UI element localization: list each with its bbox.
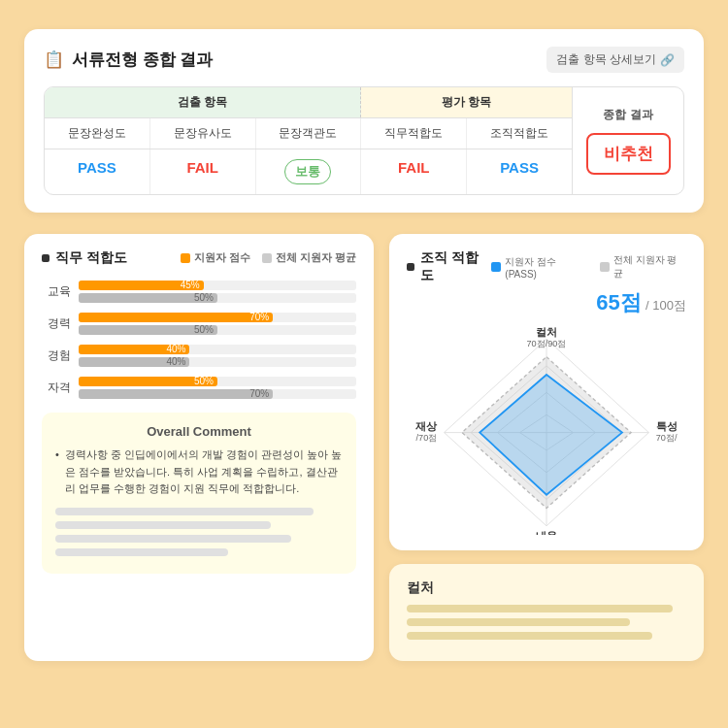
val-2: 보통: [256, 149, 362, 194]
detection-group-header: 검출 항목: [45, 87, 361, 117]
val-0: PASS: [45, 149, 150, 194]
col-header-1: 문장유사도: [150, 118, 256, 149]
top-card-header: 📋 서류전형 종합 결과 검출 항목 상세보기 🔗: [44, 47, 684, 73]
radar-legend-dot-blue: [491, 262, 501, 272]
svg-text:50점/70점: 50점/70점: [415, 433, 437, 443]
svg-text:70점/50점: 70점/50점: [656, 433, 678, 443]
col-header-4: 조직적합도: [467, 118, 572, 149]
bar-track-orange-2: 40%: [79, 345, 356, 354]
svg-text:특성: 특성: [656, 420, 678, 432]
bar-label-2: 경험: [42, 347, 71, 364]
radar-score-max: / 100점: [645, 298, 686, 313]
results-value-row: PASS FAIL 보통 FAIL PASS: [45, 149, 572, 194]
org-fit-title: 조직 적합도: [407, 249, 491, 284]
bar-track-orange-0: 45%: [79, 281, 356, 290]
bar-item-0: 교육 45% 50%: [42, 281, 356, 303]
bar-fill-gray-1: 50%: [79, 325, 217, 335]
bar-label-0: 교육: [42, 283, 71, 300]
bar-label-1: 경력: [42, 315, 71, 332]
bar-track-group-0: 45% 50%: [79, 281, 356, 303]
bar-track-group-2: 40% 40%: [79, 345, 356, 367]
bar-track-orange-1: 70%: [79, 313, 356, 322]
svg-text:컬처: 컬처: [536, 326, 557, 338]
mini-line-2: [407, 618, 630, 626]
bar-fill-orange-1: 70%: [79, 313, 273, 322]
overall-result: 종합 결과 비추천: [572, 87, 683, 194]
bar-track-gray-2: 40%: [79, 357, 356, 367]
placeholder-line-1: [55, 508, 314, 515]
mini-line-1: [407, 605, 673, 612]
col-header-3: 직무적합도: [361, 118, 467, 149]
bar-pct-gray-2: 40%: [166, 356, 185, 367]
val-3: FAIL: [361, 149, 467, 194]
mini-lines: [407, 605, 686, 640]
bar-pct-orange-2: 40%: [166, 344, 185, 354]
svg-text:70점/90점: 70점/90점: [527, 339, 567, 348]
comment-text: 경력사항 중 인딥에이에서의 개발 경험이 관련성이 높아 높은 점수를 받았습…: [55, 447, 343, 498]
results-table: 검출 항목 평가 항목 문장완성도 문장유사도 문장객관도 직무적합도 조직적합…: [44, 86, 684, 195]
svg-text:내용: 내용: [536, 531, 557, 536]
radar-legend-dot-gray: [600, 262, 610, 272]
bar-fill-gray-0: 50%: [79, 293, 217, 303]
radar-svg: 컬처 70점/90점 특성 70점/50점 내용 70점/80점 인재상 50점…: [415, 321, 678, 535]
comment-title: Overall Comment: [55, 424, 343, 439]
radar-legend: 지원자 점수 (PASS) 전체 지원자 평균: [491, 253, 686, 281]
radar-card: 조직 적합도 지원자 점수 (PASS) 전체 지원자 평균 65점 / 100…: [389, 234, 704, 550]
bar-track-group-1: 70% 50%: [79, 313, 356, 335]
job-fit-title: 직무 적합도 지원자 점수 전체 지원자 평균: [42, 249, 356, 267]
col-header-0: 문장완성도: [45, 118, 150, 149]
document-icon: 📋: [44, 50, 64, 70]
bottom-mini-card: 컬처: [389, 564, 704, 661]
bar-pct-gray-0: 50%: [194, 292, 214, 303]
job-fit-panel: 직무 적합도 지원자 점수 전체 지원자 평균 교육 4: [24, 234, 374, 661]
placeholder-lines: [55, 508, 343, 556]
bar-pct-orange-1: 70%: [249, 312, 269, 322]
bar-item-2: 경험 40% 40%: [42, 345, 356, 367]
bar-pct-orange-0: 45%: [181, 280, 200, 290]
bar-section: 교육 45% 50% 경력: [42, 281, 356, 399]
comment-box: Overall Comment 경력사항 중 인딥에이에서의 개발 경험이 관련…: [42, 413, 356, 574]
overall-label: 종합 결과: [603, 107, 652, 123]
svg-text:인재상: 인재상: [415, 420, 438, 432]
results-subheader-row: 문장완성도 문장유사도 문장객관도 직무적합도 조직적합도: [45, 117, 572, 149]
bar-track-group-3: 50% 70%: [79, 377, 356, 399]
bar-fill-gray-3: 70%: [79, 389, 273, 399]
legend-avg: 전체 지원자 평균: [262, 251, 356, 265]
detail-btn[interactable]: 검출 항목 상세보기 🔗: [546, 47, 684, 73]
results-main: 검출 항목 평가 항목 문장완성도 문장유사도 문장객관도 직무적합도 조직적합…: [45, 87, 572, 194]
evaluation-group-header: 평가 항목: [361, 87, 572, 117]
val-4: PASS: [467, 149, 572, 194]
org-title-dot: [407, 263, 414, 271]
col-header-2: 문장객관도: [256, 118, 362, 149]
radar-score: 65점: [596, 290, 641, 314]
legend-dot-gray: [262, 253, 272, 263]
top-results-card: 📋 서류전형 종합 결과 검출 항목 상세보기 🔗 검출 항목 평가 항목 문장…: [24, 29, 704, 213]
radar-legend-candidate: 지원자 점수 (PASS): [491, 253, 590, 281]
org-fit-panel: 조직 적합도 지원자 점수 (PASS) 전체 지원자 평균 65점 / 100…: [389, 234, 704, 661]
radar-header: 조직 적합도 지원자 점수 (PASS) 전체 지원자 평균: [407, 249, 686, 284]
bar-fill-orange-2: 40%: [79, 345, 189, 354]
bar-label-3: 자격: [42, 380, 71, 396]
bar-item-1: 경력 70% 50%: [42, 313, 356, 335]
placeholder-line-4: [55, 548, 228, 556]
top-card-title: 📋 서류전형 종합 결과: [44, 49, 213, 71]
mini-line-3: [407, 632, 652, 640]
normal-badge: 보통: [284, 159, 331, 184]
placeholder-line-3: [55, 535, 291, 543]
bar-pct-gray-3: 70%: [249, 388, 269, 399]
bottom-mini-title: 컬처: [407, 579, 686, 597]
job-fit-legend: 지원자 점수 전체 지원자 평균: [181, 251, 356, 265]
bar-fill-gray-2: 40%: [79, 357, 189, 367]
title-dot: [42, 254, 50, 262]
bar-pct-gray-1: 50%: [194, 324, 214, 335]
link-icon: 🔗: [660, 53, 675, 67]
val-1: FAIL: [150, 149, 256, 194]
bottom-section: 직무 적합도 지원자 점수 전체 지원자 평균 교육 4: [24, 234, 704, 661]
radar-container: 컬처 70점/90점 특성 70점/50점 내용 70점/80점 인재상 50점…: [407, 321, 686, 535]
overall-value-badge: 비추천: [586, 133, 671, 175]
placeholder-line-2: [55, 521, 271, 529]
bar-pct-orange-3: 50%: [194, 376, 214, 386]
legend-dot-orange: [181, 253, 190, 263]
legend-candidate: 지원자 점수: [181, 251, 250, 265]
bar-item-3: 자격 50% 70%: [42, 377, 356, 399]
